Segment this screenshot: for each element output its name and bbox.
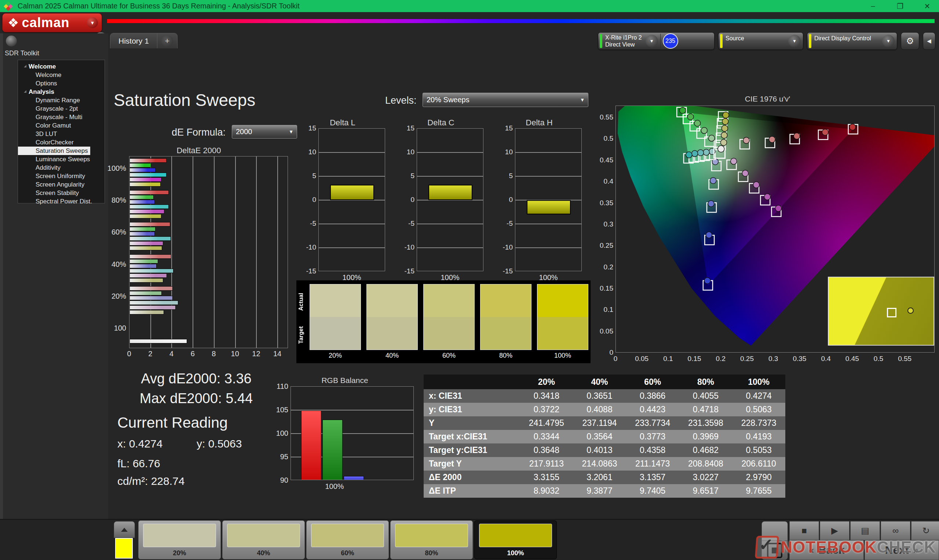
chevron-down-icon[interactable]: ▼ — [646, 35, 658, 47]
pattern-window-button[interactable] — [762, 521, 788, 560]
column-header: 60% — [626, 375, 679, 389]
actual-swatch — [537, 285, 588, 317]
close-button[interactable]: ✕ — [922, 2, 933, 11]
calman-menu-dropdown[interactable]: ▼ — [87, 17, 98, 28]
sidebar-item-spectral-power-dist[interactable]: Spectral Power Dist. — [18, 197, 105, 206]
history-tab[interactable]: History 1 + — [110, 33, 177, 48]
next-button[interactable]: Next » — [865, 540, 939, 560]
restore-button[interactable]: ❐ — [895, 2, 905, 11]
table-row: y: CIE310.37220.40880.44230.47180.5063 — [424, 403, 785, 416]
cell-value: 2.9790 — [732, 471, 785, 484]
minimize-button[interactable]: – — [868, 2, 878, 10]
sidebar-item-additivity[interactable]: Additivity — [18, 163, 105, 172]
stop-button[interactable]: ■ — [789, 521, 819, 540]
workflow-controls: X-Rite i1Pro 2 Direct View ▼ 235 Source … — [598, 32, 935, 50]
add-tab-button[interactable]: + — [157, 33, 177, 48]
gridline — [515, 223, 581, 224]
refresh-button[interactable]: ↻ — [911, 521, 939, 540]
sidebar-section-analysis[interactable]: Analysis — [18, 88, 105, 96]
sidebar-item-3d-lut[interactable]: 3D LUT — [18, 130, 105, 138]
sidebar-knob-icon[interactable] — [6, 35, 17, 46]
row-label: x: CIE31 — [424, 389, 520, 403]
calman-menu-button[interactable]: ❖ calman ▼ — [2, 13, 102, 32]
cell-value: 0.4274 — [732, 389, 785, 403]
cie-plot-area — [615, 106, 934, 352]
x-tick-label: 12 — [249, 350, 264, 358]
cell-value: 0.4013 — [573, 443, 626, 457]
levels-label: Levels: — [385, 95, 417, 106]
row-label: ΔE ITP — [424, 484, 520, 498]
settings-button[interactable]: ⚙ — [901, 32, 919, 50]
back-button[interactable]: « Back — [789, 540, 864, 560]
sidebar-item-screen-uniformity[interactable]: Screen Uniformity — [18, 172, 105, 180]
pattern-preview-swatch[interactable] — [115, 538, 133, 558]
y-tick-label: -15 — [397, 267, 415, 275]
target-swatch — [424, 317, 474, 350]
measured-point-cyan — [692, 151, 698, 157]
de-formula-dropdown[interactable]: 2000 ▼ — [232, 125, 297, 138]
sidebar-item-luminance-sweeps[interactable]: Luminance Sweeps — [18, 155, 105, 163]
pattern-patch-100[interactable]: 100% — [474, 520, 557, 559]
measured-point-yellow — [721, 132, 727, 138]
actual-swatch — [481, 285, 531, 317]
gridline — [417, 248, 483, 248]
cell-value: 214.0863 — [573, 457, 626, 471]
sidebar-item-screen-stability[interactable]: Screen Stability — [18, 189, 105, 197]
current-fl: fL: 66.76 — [117, 457, 160, 470]
play-button[interactable]: ▶ — [820, 521, 850, 540]
levels-dropdown[interactable]: 20% Sweeps ▼ — [422, 93, 588, 107]
y-tick-label: 110 — [270, 382, 288, 391]
gridline — [193, 157, 193, 348]
actual-swatch — [310, 285, 361, 317]
delta-l-chart: Delta L151050-5-10-15100% — [293, 118, 392, 283]
sidebar-item-colorchecker[interactable]: ColorChecker — [18, 138, 105, 146]
gridline — [417, 152, 483, 153]
meter-badge[interactable]: 235 — [663, 33, 678, 49]
deltae-bar-blue — [130, 296, 173, 300]
deltae-bar-cyan — [130, 172, 167, 177]
loop-button[interactable]: ∞ — [881, 521, 910, 540]
measured-point-green — [709, 135, 715, 142]
cell-value: 0.4055 — [679, 389, 732, 403]
chevrons-left-icon: « — [808, 545, 814, 556]
pattern-patch-40[interactable]: 40% — [222, 520, 305, 559]
de-formula-value: 2000 — [236, 128, 252, 136]
chevron-down-icon[interactable]: ▼ — [882, 35, 894, 47]
deltae-bar-yellow — [130, 182, 161, 186]
sidebar-item-welcome[interactable]: Welcome — [18, 71, 105, 79]
sidebar-section-welcome[interactable]: Welcome — [18, 62, 105, 71]
source-dropdown[interactable]: Source ▼ — [718, 32, 803, 50]
sidebar-item-grayscale-2pt[interactable]: Grayscale - 2pt — [18, 105, 105, 113]
pattern-patch-20[interactable]: 20% — [138, 520, 221, 559]
pattern-patch-80[interactable]: 80% — [390, 520, 473, 559]
delta-h-bar — [527, 200, 571, 214]
gridline — [515, 248, 581, 248]
measured-point-green — [694, 120, 701, 126]
sidebar-item-grayscale-multi[interactable]: Grayscale - Multi — [18, 113, 105, 121]
x-tick-label: 8 — [207, 350, 221, 358]
measured-point-magenta — [731, 158, 737, 165]
levels-button[interactable]: ▤ — [850, 521, 880, 540]
deltae-bar-yellow — [130, 278, 163, 283]
pattern-patch-60[interactable]: 60% — [306, 520, 389, 559]
deltae-bar-red — [130, 339, 187, 343]
sidebar-item-color-gamut[interactable]: Color Gamut — [18, 121, 105, 130]
sidebar-item-saturation-sweeps[interactable]: Saturation Sweeps — [18, 146, 90, 155]
panel-collapse-button[interactable]: ◀ — [923, 32, 935, 50]
swatch-box — [537, 284, 588, 350]
sidebar-item-dynamic-range[interactable]: Dynamic Range — [18, 96, 105, 105]
rgb-balance-title: RGB Balance — [268, 376, 422, 385]
chevron-down-icon[interactable]: ▼ — [788, 35, 801, 47]
measured-point-yellow — [723, 112, 729, 118]
sidebar-item-screen-angularity[interactable]: Screen Angularity — [18, 180, 105, 189]
pattern-expand-button[interactable] — [114, 521, 135, 538]
meter-dropdown[interactable]: X-Rite i1Pro 2 Direct View ▼ 235 — [598, 32, 714, 50]
deltae-bar-blue — [130, 264, 157, 268]
sidebar-item-options[interactable]: Options — [18, 79, 105, 88]
cell-value: 0.4193 — [732, 430, 785, 443]
patch-swatch — [143, 524, 216, 547]
display-control-dropdown[interactable]: Direct Display Control ▼ — [807, 32, 897, 50]
play-icon: ▶ — [831, 526, 838, 536]
deltae-bar-red — [130, 286, 173, 291]
rgb-bar-green — [322, 420, 342, 480]
